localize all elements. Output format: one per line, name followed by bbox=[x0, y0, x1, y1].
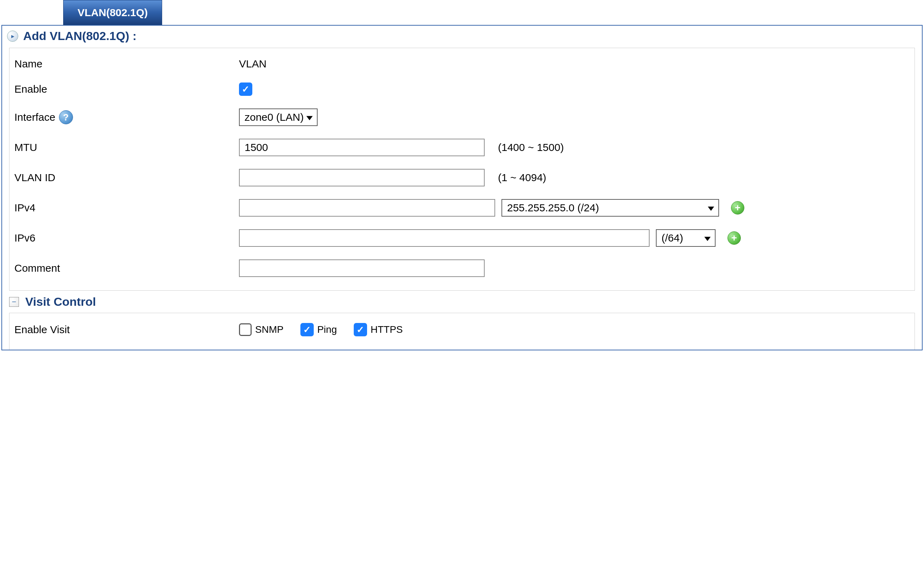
section-title: Add VLAN(802.1Q) : bbox=[23, 29, 136, 43]
row-comment: Comment bbox=[13, 253, 911, 283]
mtu-input[interactable] bbox=[239, 139, 484, 156]
enable-checkbox[interactable]: ✓ bbox=[239, 83, 252, 96]
ping-label: Ping bbox=[317, 324, 337, 335]
name-value: VLAN bbox=[239, 58, 266, 70]
help-icon[interactable]: ? bbox=[59, 110, 73, 124]
snmp-label: SNMP bbox=[255, 324, 284, 335]
enable-label: Enable bbox=[14, 83, 239, 95]
ipv4-mask-value: 255.255.255.0 (/24) bbox=[507, 202, 599, 214]
https-checkbox[interactable]: ✓ bbox=[354, 323, 367, 336]
ipv6-prefix-value: (/64) bbox=[662, 232, 683, 244]
vlanid-label: VLAN ID bbox=[14, 171, 239, 183]
row-enable: Enable ✓ bbox=[13, 76, 911, 102]
ipv6-label: IPv6 bbox=[14, 232, 239, 244]
https-label: HTTPS bbox=[370, 324, 403, 335]
vlanid-input[interactable] bbox=[239, 169, 484, 186]
ipv4-label: IPv4 bbox=[14, 202, 239, 214]
ipv6-prefix-select[interactable]: (/64) bbox=[656, 229, 716, 247]
interface-label: Interface bbox=[14, 111, 56, 123]
interface-select-value: zone0 (LAN) bbox=[244, 111, 303, 123]
ipv6-input[interactable] bbox=[239, 229, 650, 247]
add-ipv4-icon[interactable]: + bbox=[731, 201, 744, 215]
enable-visit-label: Enable Visit bbox=[14, 324, 239, 335]
form-box: Name VLAN Enable ✓ Interface ? zone0 (LA… bbox=[9, 48, 915, 291]
row-enable-visit: Enable Visit SNMP ✓ Ping ✓ HTTPS bbox=[13, 317, 911, 343]
vlanid-hint: (1 ~ 4094) bbox=[498, 171, 546, 183]
visit-box: Enable Visit SNMP ✓ Ping ✓ HTTPS bbox=[9, 313, 915, 350]
ping-checkbox[interactable]: ✓ bbox=[300, 323, 314, 336]
interface-select[interactable]: zone0 (LAN) bbox=[239, 108, 318, 126]
tab-vlan[interactable]: VLAN(802.1Q) bbox=[63, 0, 162, 25]
panel-main: ▸ Add VLAN(802.1Q) : Name VLAN Enable ✓ … bbox=[2, 25, 922, 350]
comment-label: Comment bbox=[14, 262, 239, 274]
mtu-hint: (1400 ~ 1500) bbox=[498, 141, 564, 153]
ipv4-mask-select[interactable]: 255.255.255.0 (/24) bbox=[501, 199, 719, 217]
comment-input[interactable] bbox=[239, 259, 484, 277]
mtu-label: MTU bbox=[14, 141, 239, 153]
row-mtu: MTU (1400 ~ 1500) bbox=[13, 132, 911, 162]
add-ipv6-icon[interactable]: + bbox=[728, 232, 741, 245]
section-header: ▸ Add VLAN(802.1Q) : bbox=[2, 26, 922, 46]
row-name: Name VLAN bbox=[13, 52, 911, 76]
name-label: Name bbox=[14, 58, 239, 70]
snmp-checkbox[interactable] bbox=[239, 323, 252, 336]
row-vlanid: VLAN ID (1 ~ 4094) bbox=[13, 162, 911, 193]
visit-header: − Visit Control bbox=[2, 292, 922, 311]
ipv4-input[interactable] bbox=[239, 199, 495, 217]
row-ipv4: IPv4 255.255.255.0 (/24) + bbox=[13, 193, 911, 223]
visit-title: Visit Control bbox=[25, 295, 96, 308]
expand-icon[interactable]: ▸ bbox=[7, 30, 18, 42]
row-interface: Interface ? zone0 (LAN) bbox=[13, 102, 911, 132]
collapse-icon[interactable]: − bbox=[9, 297, 19, 307]
row-ipv6: IPv6 (/64) + bbox=[13, 223, 911, 253]
